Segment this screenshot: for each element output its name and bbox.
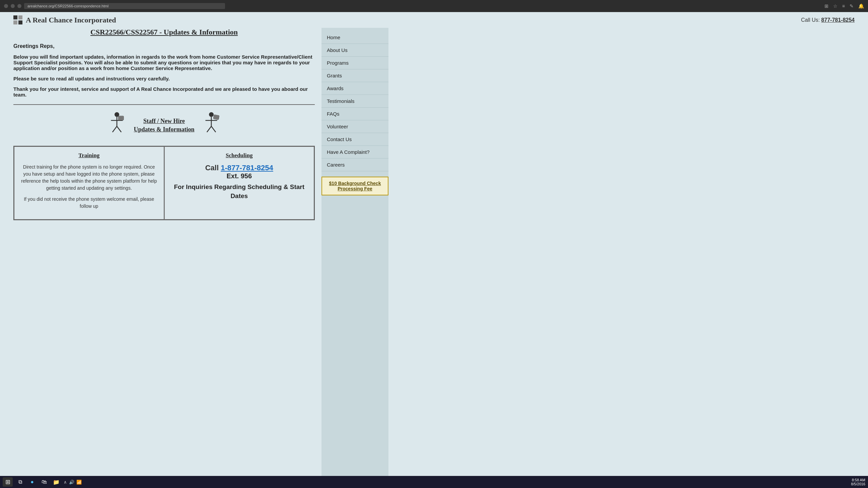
menu-icon[interactable]: ≡: [842, 3, 845, 9]
time-display: 8:58 AM: [851, 478, 865, 482]
scheduling-title: Scheduling: [170, 152, 309, 159]
volume-icon[interactable]: 🔊: [69, 480, 74, 485]
nav-have-a-complaint[interactable]: Have A Complaint?: [321, 146, 389, 159]
training-text-1: Direct training for the phone system is …: [20, 164, 158, 192]
store-icon[interactable]: 🛍: [39, 477, 49, 487]
staff-figure-left: [107, 112, 127, 139]
svg-line-4: [117, 126, 121, 133]
browser-chrome: arealchance.org/CSR22566-correspondence.…: [0, 0, 868, 12]
svg-line-12: [207, 126, 211, 133]
taskbar: ⊞ ⧉ ● 🛍 📁 ∧ 🔊 📶 8:58 AM 8/5/2016: [0, 476, 868, 488]
svg-line-3: [113, 126, 117, 133]
training-title: Training: [20, 152, 158, 159]
task-view-icon[interactable]: ⧉: [16, 477, 25, 487]
star-icon[interactable]: ☆: [833, 3, 838, 9]
taskbar-sys-icons: ∧ 🔊 📶: [64, 480, 82, 485]
nav-programs[interactable]: Programs: [321, 57, 389, 69]
scheduling-box: Scheduling Call 1-877-781-8254 Ext. 956 …: [164, 146, 315, 220]
call-us: Call Us: 877-781-8254: [801, 17, 855, 23]
edge-icon[interactable]: ●: [27, 477, 37, 487]
logo-sq-1: [13, 16, 18, 20]
site-header: A Real Chance Incorporated Call Us: 877-…: [0, 12, 868, 28]
logo-sq-4: [19, 21, 23, 25]
staff-figure-right: [201, 112, 221, 139]
browser-icons: ⊞ ☆ ≡ ✎ 🔔: [825, 3, 864, 9]
greeting-text: Greetings Reps,: [13, 43, 315, 49]
thanks-text: Thank you for your interest, service and…: [13, 86, 315, 97]
network-icon[interactable]: 📶: [76, 480, 82, 485]
site-title: A Real Chance Incorporated: [26, 16, 116, 25]
nav-home[interactable]: Home: [321, 31, 389, 44]
nav-about-us[interactable]: About Us: [321, 44, 389, 57]
nav-grants[interactable]: Grants: [321, 69, 389, 82]
nav-careers[interactable]: Careers: [321, 159, 389, 171]
bg-check-link[interactable]: $10 Background Check Processing Fee: [329, 181, 381, 191]
logo-icon: [13, 16, 23, 25]
bg-check-line1: $10 Background Check: [329, 181, 381, 186]
content-area: CSR22566/CSS22567 - Updates & Informatio…: [13, 28, 315, 481]
sidebar: Home About Us Programs Grants Awards Tes…: [321, 28, 389, 481]
staff-title: Staff / New Hire Updates & Information: [134, 117, 194, 134]
scheduling-phone-line: Call 1-877-781-8254: [170, 164, 309, 172]
nav-faqs[interactable]: FAQs: [321, 108, 389, 120]
main-layout: CSR22566/CSS22567 - Updates & Informatio…: [0, 28, 868, 488]
edit-icon[interactable]: ✎: [849, 3, 854, 9]
nav-awards[interactable]: Awards: [321, 82, 389, 95]
nav-volunteer[interactable]: Volunteer: [321, 120, 389, 133]
section-divider: [13, 104, 315, 105]
bg-check-box: $10 Background Check Processing Fee: [321, 177, 389, 195]
browser-dot-3: [18, 4, 22, 8]
page-title: CSR22566/CSS22567 - Updates & Informatio…: [13, 28, 315, 36]
call-label: Call Us:: [801, 17, 820, 23]
scheduling-desc: For Inquiries Regarding Scheduling & Sta…: [170, 183, 309, 200]
logo-sq-3: [13, 21, 18, 25]
file-explorer-icon[interactable]: 📁: [52, 477, 61, 487]
staff-title-line2: Updates & Information: [134, 126, 194, 133]
browser-dot: [4, 4, 8, 8]
scheduling-ext: Ext. 956: [170, 172, 309, 180]
nav-testimonials[interactable]: Testimonials: [321, 95, 389, 108]
scheduling-phone-link[interactable]: 1-877-781-8254: [221, 164, 273, 172]
intro-text: Below you will find important updates, i…: [13, 54, 315, 71]
browser-dot-2: [11, 4, 15, 8]
nav-contact-us[interactable]: Contact Us: [321, 133, 389, 146]
header-phone-link[interactable]: 877-781-8254: [821, 17, 855, 23]
bell-icon[interactable]: 🔔: [858, 3, 864, 9]
site-logo: A Real Chance Incorporated: [13, 16, 116, 25]
chevron-up-icon[interactable]: ∧: [64, 480, 67, 485]
svg-point-9: [209, 112, 214, 117]
info-boxes-row: Training Direct training for the phone s…: [13, 146, 315, 220]
bg-check-line2: Processing Fee: [338, 186, 372, 191]
training-box: Training Direct training for the phone s…: [14, 146, 164, 220]
staff-figure-left-svg: [107, 112, 127, 135]
svg-line-13: [211, 126, 216, 133]
taskbar-time: 8:58 AM 8/5/2016: [851, 478, 865, 486]
page-wrapper: A Real Chance Incorporated Call Us: 877-…: [0, 12, 868, 488]
staff-section: Staff / New Hire Updates & Information: [13, 112, 315, 139]
grid-icon[interactable]: ⊞: [825, 3, 829, 9]
training-text-2: If you did not receive the phone system …: [20, 196, 158, 210]
date-display: 8/5/2016: [851, 482, 865, 486]
instruction-text: Please be sure to read all updates and i…: [13, 76, 315, 81]
staff-title-line1: Staff / New Hire: [143, 118, 185, 124]
logo-sq-2: [19, 16, 23, 20]
browser-url[interactable]: arealchance.org/CSR22566-correspondence.…: [24, 3, 225, 9]
scheduling-call-label: Call: [205, 164, 221, 172]
staff-figure-right-svg: [201, 112, 221, 135]
start-button[interactable]: ⊞: [3, 477, 13, 487]
